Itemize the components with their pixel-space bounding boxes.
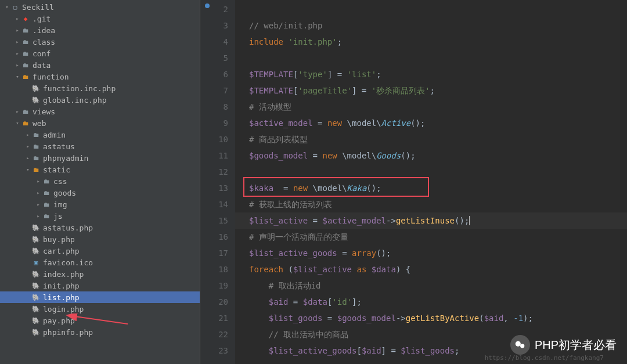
chevron-down-icon[interactable] — [14, 120, 21, 126]
tree-item--idea[interactable]: 🖿.idea — [0, 24, 200, 36]
code-line[interactable] — [235, 1, 627, 17]
chevron-right-icon[interactable] — [35, 190, 42, 196]
tree-item-function[interactable]: 🖿function — [0, 71, 200, 82]
tree-item-label: js — [53, 212, 63, 221]
code-line[interactable]: $active_model = new \model\Active(); — [235, 115, 627, 131]
tree-item-buy-php[interactable]: 🐘buy.php — [0, 233, 200, 245]
code-line[interactable]: $list_active_goods = array(); — [235, 245, 627, 261]
tree-item-index-php[interactable]: 🐘index.php — [0, 268, 200, 280]
line-number[interactable]: 20 — [200, 294, 228, 310]
code-token: as — [352, 265, 372, 274]
line-number[interactable]: 23 — [200, 343, 228, 359]
code-token: $TEMPLATE — [249, 70, 293, 79]
line-number[interactable]: 13 — [200, 180, 228, 196]
line-number[interactable]: 14 — [200, 196, 228, 212]
line-number[interactable]: 16 — [200, 229, 228, 245]
code-token: $list_active_goods — [249, 248, 337, 258]
line-number[interactable]: 18 — [200, 261, 228, 277]
code-line[interactable]: $TEMPLATE['type'] = 'list'; — [235, 66, 627, 82]
chevron-right-icon[interactable] — [14, 109, 21, 114]
tree-item-label: class — [33, 38, 55, 46]
code-line[interactable]: include 'init.php'; — [235, 34, 627, 50]
chevron-right-icon[interactable] — [24, 132, 31, 138]
line-number[interactable]: 22 — [200, 326, 228, 343]
chevron-right-icon[interactable] — [35, 213, 42, 219]
tree-item-astatus-php[interactable]: 🐘astatus.php — [0, 222, 200, 233]
chevron-right-icon[interactable] — [14, 51, 21, 56]
tree-item-favicon-ico[interactable]: ▣favicon.ico — [0, 257, 200, 268]
chevron-down-icon[interactable] — [24, 167, 31, 172]
tree-item-pay-php[interactable]: 🐘pay.php — [0, 315, 200, 326]
line-number[interactable]: 8 — [200, 99, 228, 115]
tree-item-label: img — [53, 200, 67, 209]
line-number[interactable]: 10 — [200, 131, 228, 147]
chevron-right-icon[interactable] — [14, 62, 21, 68]
tree-item-list-php[interactable]: 🐘list.php — [0, 291, 200, 303]
code-line[interactable]: # 获取上线的活动列表 — [235, 196, 627, 212]
tree-item-global-inc-php[interactable]: 🐘global.inc.php — [0, 94, 200, 106]
code-line[interactable]: # 商品列表模型 — [235, 131, 627, 147]
chevron-right-icon[interactable] — [35, 178, 42, 184]
chevron-down-icon[interactable] — [3, 4, 10, 10]
line-number[interactable]: 6 — [200, 66, 228, 82]
line-number[interactable]: 12 — [200, 164, 228, 180]
code-token: , — [503, 313, 513, 323]
code-line[interactable]: $list_active = $active_model->getListInu… — [235, 212, 627, 229]
chevron-right-icon[interactable] — [35, 201, 42, 207]
tree-item-phpinfo-php[interactable]: 🐘phpinfo.php — [0, 326, 200, 338]
code-line[interactable]: $kaka = new \model\Kaka(); — [235, 180, 627, 196]
code-line[interactable]: foreach ($list_active as $data) { — [235, 261, 627, 277]
tree-item-web[interactable]: 🖿web — [0, 117, 200, 129]
tree-item-data[interactable]: 🖿data — [0, 59, 200, 71]
line-number[interactable]: 7 — [200, 82, 228, 99]
line-number[interactable]: 3 — [200, 17, 228, 34]
tree-item-function-inc-php[interactable]: 🐘function.inc.php — [0, 82, 200, 94]
tree-item-js[interactable]: 🖿js — [0, 210, 200, 222]
line-number[interactable]: 5 — [200, 50, 228, 66]
code-line[interactable]: $aid = $data['id']; — [235, 294, 627, 310]
chevron-right-icon[interactable] — [14, 39, 21, 45]
project-tree[interactable]: ▢Seckill◆.git🖿.idea🖿class🖿conf🖿data🖿func… — [0, 0, 200, 364]
tree-item-class[interactable]: 🖿class — [0, 36, 200, 48]
line-number[interactable]: 17 — [200, 245, 228, 261]
code-line[interactable]: # 声明一个活动商品的变量 — [235, 229, 627, 245]
tree-item-seckill[interactable]: ▢Seckill — [0, 1, 200, 13]
tree-item-astatus[interactable]: 🖿astatus — [0, 140, 200, 152]
line-number[interactable]: 15 — [200, 212, 228, 229]
code-line[interactable]: // 取出活动中的商品 — [235, 326, 627, 343]
line-number[interactable]: 21 — [200, 310, 228, 326]
tree-item-admin[interactable]: 🖿admin — [0, 129, 200, 140]
tree-item-css[interactable]: 🖿css — [0, 175, 200, 187]
code-line[interactable] — [235, 164, 627, 180]
tree-item-login-php[interactable]: 🐘login.php — [0, 303, 200, 315]
line-number[interactable]: 9 — [200, 115, 228, 131]
tree-item-phpmyadmin[interactable]: 🖿phpmyadmin — [0, 152, 200, 164]
code-line[interactable]: $list_goods = $goods_model->getListByAct… — [235, 310, 627, 326]
code-token: $list_goods — [401, 346, 455, 355]
code-editor[interactable]: // web/init.phpinclude 'init.php';$TEMPL… — [235, 0, 627, 364]
tree-item-goods[interactable]: 🖿goods — [0, 187, 200, 199]
chevron-right-icon[interactable] — [24, 155, 31, 161]
code-line[interactable] — [235, 50, 627, 66]
tree-item-views[interactable]: 🖿views — [0, 106, 200, 117]
chevron-right-icon[interactable] — [14, 27, 21, 33]
tree-item-img[interactable]: 🖿img — [0, 199, 200, 210]
tree-item-static[interactable]: 🖿static — [0, 164, 200, 175]
line-number[interactable]: 19 — [200, 277, 228, 294]
line-number[interactable]: 4 — [200, 34, 228, 50]
code-line[interactable]: // web/init.php — [235, 17, 627, 34]
tree-item-conf[interactable]: 🖿conf — [0, 48, 200, 59]
code-line[interactable]: $list_active_goods[$aid] = $list_goods; — [235, 343, 627, 359]
code-line[interactable]: # 取出活动id — [235, 277, 627, 294]
chevron-right-icon[interactable] — [14, 16, 21, 21]
tree-item-cart-php[interactable]: 🐘cart.php — [0, 245, 200, 257]
code-line[interactable]: $TEMPLATE['pageTitle'] = '秒杀商品列表'; — [235, 82, 627, 99]
code-line[interactable]: # 活动模型 — [235, 99, 627, 115]
line-number[interactable]: 2 — [200, 1, 228, 17]
chevron-right-icon[interactable] — [24, 143, 31, 149]
line-number[interactable]: 11 — [200, 147, 228, 164]
code-line[interactable]: $goods_model = new \model\Goods(); — [235, 147, 627, 164]
tree-item--git[interactable]: ◆.git — [0, 13, 200, 24]
chevron-down-icon[interactable] — [14, 74, 21, 80]
tree-item-init-php[interactable]: 🐘init.php — [0, 280, 200, 291]
